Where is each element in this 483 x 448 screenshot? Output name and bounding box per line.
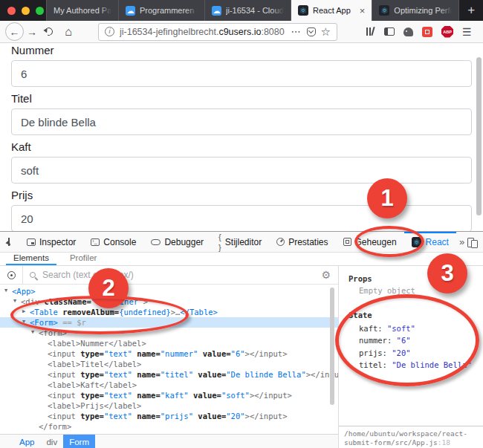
memory-icon bbox=[343, 238, 351, 246]
toolbar-extensions: ABP ☰ bbox=[366, 26, 479, 38]
adblock-plus-icon[interactable]: ABP bbox=[441, 26, 453, 38]
tree-row[interactable]: <input type="text" name="nummer" value="… bbox=[0, 348, 338, 359]
field-input-kaft[interactable]: soft bbox=[11, 157, 472, 184]
devtools-tab-prestaties[interactable]: Prestaties bbox=[269, 232, 335, 253]
search-icon bbox=[30, 272, 36, 278]
reload-icon[interactable] bbox=[43, 26, 54, 37]
devtools-tab-stijleditor[interactable]: Stijleditor bbox=[211, 232, 269, 253]
code-token: </Form> bbox=[30, 432, 62, 434]
hamburger-menu-icon[interactable]: ☰ bbox=[462, 26, 472, 38]
evernote-extension-icon[interactable] bbox=[403, 27, 413, 36]
page-content: Nummer6TitelDe blinde BellaKaftsoftPrijs… bbox=[0, 44, 483, 231]
library-icon[interactable] bbox=[366, 27, 375, 36]
breadcrumb-item-div[interactable]: div bbox=[40, 435, 63, 448]
tab-elements[interactable]: Elements bbox=[6, 253, 56, 265]
devtools-tab-console[interactable]: Console bbox=[83, 232, 143, 253]
tree-row[interactable]: <input type="text" name="kaft" value="so… bbox=[0, 390, 338, 400]
forward-button[interactable]: → bbox=[24, 26, 40, 38]
url-text: ji-16534-jefinghelbrecht.c9users.io:8080 bbox=[120, 27, 286, 37]
field-label: Nummer bbox=[11, 45, 472, 56]
tree-row[interactable]: <label>Titel</label> bbox=[0, 359, 338, 369]
browser-tab-bar: My Authored Page wProgrammeren 5ji-16534… bbox=[0, 0, 483, 21]
url-bar[interactable]: ji-16534-jefinghelbrecht.c9users.io:8080… bbox=[98, 23, 337, 41]
field-input-titel[interactable]: De blinde Bella bbox=[11, 108, 472, 135]
macos-close-icon[interactable] bbox=[7, 7, 16, 15]
code-token: <input bbox=[48, 370, 80, 379]
field-input-nummer[interactable]: 6 bbox=[11, 60, 472, 87]
bookmark-star-icon[interactable]: ☆ bbox=[321, 27, 331, 37]
code-token: "20" bbox=[226, 412, 244, 421]
browser-tab-0[interactable]: My Authored Page w bbox=[46, 0, 118, 21]
code-token: "nummer" bbox=[161, 349, 198, 358]
code-token: value= bbox=[203, 349, 231, 358]
style-editor-icon bbox=[218, 232, 221, 253]
tree-row[interactable]: <label>Nummer</label> bbox=[0, 338, 338, 348]
divider bbox=[22, 266, 23, 285]
component-picker-icon[interactable] bbox=[7, 271, 16, 279]
console-icon bbox=[91, 238, 100, 246]
element-picker-icon[interactable] bbox=[8, 238, 10, 246]
debugger-icon bbox=[151, 239, 161, 245]
code-token: "prijs" bbox=[161, 412, 193, 421]
breadcrumb-item-form[interactable]: Form bbox=[63, 435, 95, 448]
browser-tab-4[interactable]: Optimizing Perfo bbox=[372, 0, 458, 21]
browser-window: My Authored Page wProgrammeren 5ji-16534… bbox=[0, 0, 483, 448]
annotation-badge-1: 1 bbox=[367, 178, 407, 218]
tab-label: ji-16534 - Cloud9 bbox=[226, 6, 284, 15]
tree-row[interactable]: <input type="text" name="prijs" value="2… bbox=[0, 411, 338, 421]
macos-minimize-icon[interactable] bbox=[22, 7, 30, 15]
tree-row[interactable]: <label>Prijs</label> bbox=[0, 400, 338, 411]
breadcrumb: AppdivForm bbox=[0, 434, 338, 448]
settings-gear-icon[interactable]: ⚙ bbox=[321, 270, 331, 280]
code-token: <input bbox=[48, 412, 80, 421]
devtools-tab-inspector[interactable]: Inspector bbox=[19, 232, 83, 253]
code-token: <input bbox=[48, 349, 80, 358]
code-token: value= bbox=[198, 412, 226, 421]
form-group-nummer: Nummer6 bbox=[11, 45, 472, 87]
macos-zoom-icon[interactable] bbox=[36, 7, 44, 15]
code-token: <label>Nummer</label> bbox=[48, 339, 146, 348]
tab-close-icon[interactable]: × bbox=[360, 5, 366, 16]
red-extension-icon[interactable] bbox=[422, 27, 432, 37]
browser-tab-1[interactable]: Programmeren 5 bbox=[118, 0, 204, 21]
site-info-icon[interactable] bbox=[105, 27, 114, 36]
tree-row[interactable]: </Form> bbox=[0, 432, 338, 434]
pocket-icon[interactable] bbox=[307, 27, 316, 36]
page-actions-icon[interactable]: ⋯ bbox=[291, 26, 302, 37]
code-token: type= bbox=[80, 370, 104, 379]
expanded-arrow-icon[interactable]: ▼ bbox=[13, 296, 21, 306]
expanded-arrow-icon[interactable]: ▼ bbox=[4, 285, 12, 296]
devtools-tab-label: Prestaties bbox=[288, 237, 328, 247]
code-token: ></input> bbox=[250, 391, 292, 400]
page-scrollbar[interactable] bbox=[476, 57, 482, 215]
annotation-circle-react-tab bbox=[354, 226, 424, 257]
browser-tab-3[interactable]: React App× bbox=[291, 0, 372, 21]
devtools-tab-debugger[interactable]: Debugger bbox=[143, 232, 211, 253]
devtools-tab-label: React bbox=[426, 237, 449, 247]
code-token: value= bbox=[198, 370, 226, 379]
responsive-design-icon[interactable] bbox=[467, 238, 477, 247]
search-input[interactable]: Search (text or /regex/) bbox=[42, 270, 314, 280]
tab-profiler[interactable]: Profiler bbox=[62, 253, 104, 265]
sidebar-icon[interactable] bbox=[384, 27, 395, 36]
source-location[interactable]: /home/ubuntu/workspace/react-submit-form… bbox=[339, 426, 483, 448]
back-button[interactable]: ← bbox=[5, 22, 24, 41]
tree-row[interactable]: <label>Kaft</label> bbox=[0, 380, 338, 390]
new-tab-button[interactable]: + bbox=[458, 0, 483, 21]
react-icon bbox=[298, 5, 308, 16]
browser-tab-2[interactable]: ji-16534 - Cloud9 bbox=[204, 0, 291, 21]
devtools-tab-label: Inspector bbox=[39, 237, 76, 247]
breadcrumb-item-app[interactable]: App bbox=[13, 435, 40, 448]
tree-row[interactable]: ▼<App> bbox=[0, 286, 338, 296]
tree-row[interactable]: <input type="text" name="titel" value="D… bbox=[0, 369, 338, 380]
react-icon bbox=[379, 5, 389, 16]
more-tabs-chevron-icon[interactable]: » bbox=[456, 236, 467, 247]
home-button[interactable]: ⌂ bbox=[59, 25, 77, 39]
search-bar: Search (text or /regex/) ⚙ bbox=[0, 266, 338, 285]
source-path: /home/ubuntu/workspace/react-submit-form… bbox=[344, 429, 467, 447]
devtools-tab-label: Debugger bbox=[164, 237, 204, 247]
performance-icon bbox=[276, 238, 285, 246]
code-token: <label>Prijs</label> bbox=[48, 401, 141, 410]
tree-row[interactable]: </form> bbox=[0, 421, 338, 432]
tree-scrollbar[interactable] bbox=[330, 288, 334, 405]
